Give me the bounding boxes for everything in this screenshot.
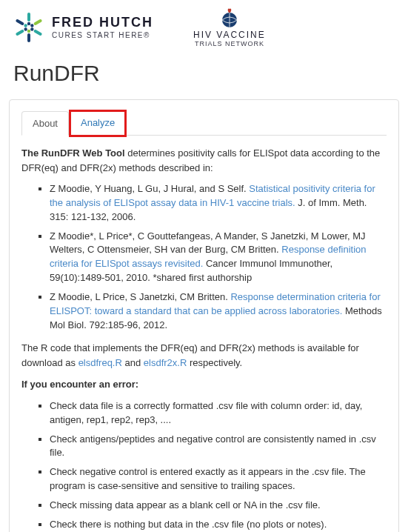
rcode-post: respectively. xyxy=(187,357,242,368)
tab-analyze[interactable]: Analyze xyxy=(70,111,125,136)
rcode-link-1[interactable]: elsdfreq.R xyxy=(78,357,122,368)
error-item: Check negative control is entered exactl… xyxy=(50,465,387,493)
error-heading: If you encounter an error: xyxy=(21,377,387,392)
reference-item: Z Moodie, Y Huang, L Gu, J Hural, and S … xyxy=(50,182,387,225)
intro-paragraph: The RunDFR Web Tool determines positivit… xyxy=(21,146,387,175)
svg-rect-4 xyxy=(33,29,42,36)
svg-point-9 xyxy=(24,27,28,31)
reference-item: Z Moodie, L Price, S Janetzki, CM Britte… xyxy=(50,290,387,333)
error-heading-text: If you encounter an error: xyxy=(21,379,138,390)
fredhutch-subtitle: CURES START HERE® xyxy=(52,31,153,39)
svg-point-5 xyxy=(30,27,34,31)
error-item: Check missing data appear as a blank cel… xyxy=(50,499,387,513)
reference-item: Z Moodie*, L Price*, C Gouttefangeas, A … xyxy=(50,230,387,285)
page-title: RunDFR xyxy=(13,61,408,86)
rcode-link-2[interactable]: elsdfr2x.R xyxy=(144,357,187,368)
error-item: Check there is nothing but data in the .… xyxy=(50,518,387,532)
error-list: Check data file is a correctly formatted… xyxy=(21,399,387,532)
svg-rect-2 xyxy=(33,19,42,25)
ref-pre: Z Moodie, L Price, S Janetzki, CM Britte… xyxy=(50,291,230,302)
svg-point-11 xyxy=(24,23,28,27)
fredhutch-logo: FRED HUTCH CURES START HERE® xyxy=(12,10,153,44)
svg-rect-0 xyxy=(27,13,30,21)
svg-rect-6 xyxy=(27,33,30,42)
svg-point-1 xyxy=(27,22,30,25)
intro-strong: The RunDFR Web Tool xyxy=(21,147,125,159)
tab-about[interactable]: About xyxy=(21,111,69,136)
hvtn-logo: HIV VACCINE TRIALS NETWORK xyxy=(193,7,266,47)
references-list: Z Moodie, Y Huang, L Gu, J Hural, and S … xyxy=(21,182,387,332)
svg-rect-8 xyxy=(16,29,24,36)
content-panel: About Analyze The RunDFR Web Tool determ… xyxy=(9,99,399,532)
hvtn-globe-icon xyxy=(218,7,241,28)
rcode-paragraph: The R code that implements the DFR(eq) a… xyxy=(21,341,387,370)
ref-pre: Z Moodie, Y Huang, L Gu, J Hural, and S … xyxy=(50,183,249,194)
svg-rect-10 xyxy=(16,19,24,25)
svg-point-3 xyxy=(30,23,34,27)
hvtn-line2: TRIALS NETWORK xyxy=(195,40,264,47)
header-bar: FRED HUTCH CURES START HERE® HIV VACCINE… xyxy=(0,0,408,53)
rcode-mid: and xyxy=(122,357,144,368)
hvtn-line1: HIV VACCINE xyxy=(193,30,266,40)
svg-point-7 xyxy=(27,30,30,33)
fredhutch-mark-icon xyxy=(12,10,46,44)
error-item: Check data file is a correctly formatted… xyxy=(50,399,387,428)
tabs: About Analyze xyxy=(21,110,387,136)
fredhutch-title: FRED HUTCH xyxy=(52,16,153,30)
error-item: Check antigens/peptides and negative con… xyxy=(50,433,387,461)
